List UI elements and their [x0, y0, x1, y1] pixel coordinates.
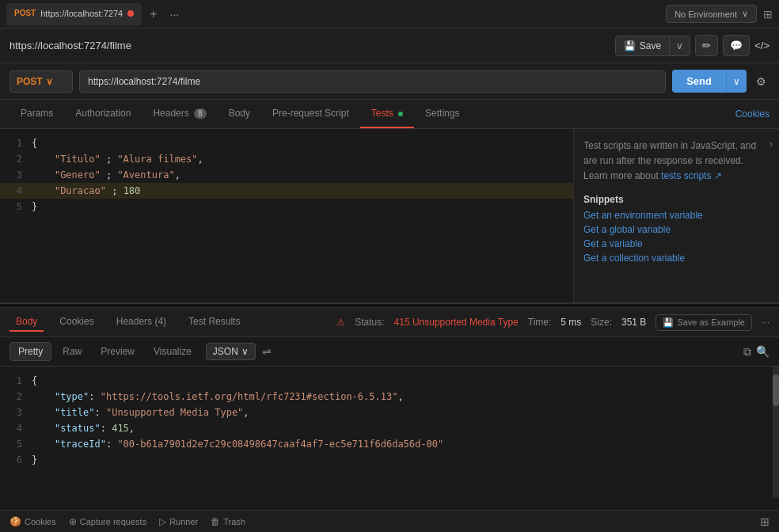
environment-label: No Environment: [674, 10, 737, 19]
tabs-navigation: Params Authorization Headers 8 Body Pre-…: [0, 100, 779, 129]
cookies-status-label: Cookies: [25, 517, 56, 526]
resp-line-2: 2 "type": "https://tools.ietf.org/html/r…: [0, 389, 779, 405]
edit-icon-button[interactable]: ✏: [695, 35, 718, 56]
environment-selector[interactable]: No Environment ∨: [666, 5, 757, 23]
cookies-icon: 🍪: [10, 516, 21, 527]
format-chevron: ∨: [241, 346, 249, 357]
save-example-button[interactable]: 💾 Save as Example: [656, 314, 752, 331]
scrollbar-thumb[interactable]: [773, 374, 779, 406]
save-icon-small: 💾: [663, 317, 674, 328]
tab-more-button[interactable]: ···: [165, 8, 184, 21]
search-button[interactable]: 🔍: [756, 345, 770, 359]
new-tab-button[interactable]: +: [145, 7, 162, 21]
send-button[interactable]: Send: [672, 70, 726, 93]
method-chevron: ∨: [46, 76, 53, 87]
view-pretty[interactable]: Pretty: [10, 342, 51, 361]
status-bar: 🍪 Cookies ⊕ Capture requests ▷ Runner 🗑 …: [0, 510, 779, 532]
code-line-5: 5 }: [0, 199, 573, 215]
grid-status-icon[interactable]: ⊞: [760, 515, 770, 528]
cookies-link[interactable]: Cookies: [735, 108, 770, 120]
tab-settings[interactable]: Settings: [414, 100, 470, 128]
editor-area[interactable]: 1 { 2 "Titulo" ; "Alura filmes", 3 "Gene…: [0, 129, 573, 302]
resp-line-num-5: 5: [0, 436, 32, 452]
tab-params[interactable]: Params: [10, 100, 64, 128]
response-more-button[interactable]: ···: [762, 317, 770, 328]
cookies-status-item[interactable]: 🍪 Cookies: [10, 516, 56, 527]
request-bar: POST ∨ Send ∨ ⚙: [0, 63, 779, 100]
save-main-button[interactable]: 💾 Save: [616, 36, 669, 55]
code-line-4: 4 "Duracao" ; 180: [0, 183, 573, 199]
resp-line-num-3: 3: [0, 405, 32, 420]
capture-icon: ⊕: [69, 516, 77, 527]
line-content-3: "Genero" ; "Aventura",: [32, 167, 180, 183]
resp-line-content-4: "status": 415,: [32, 420, 135, 436]
line-number-3: 3: [0, 167, 32, 183]
code-view-button[interactable]: </>: [754, 40, 770, 51]
tab-url: https://localhost:7274: [40, 9, 123, 18]
resp-tab-headers[interactable]: Headers (4): [110, 313, 173, 332]
snippet-get-collection-var[interactable]: Get a collection variable: [583, 253, 770, 264]
line-content-4: "Duracao" ; 180: [32, 183, 140, 199]
request-settings-icon[interactable]: ⚙: [753, 72, 770, 91]
resp-line-content-2: "type": "https://tools.ietf.org/html/rfc…: [32, 389, 404, 405]
line-number-1: 1: [0, 135, 32, 151]
resp-line-1: 1 {: [0, 373, 779, 389]
tab-prerequest[interactable]: Pre-request Script: [261, 100, 360, 128]
snippet-get-var[interactable]: Get a variable: [583, 238, 770, 249]
panel-toggle[interactable]: ›: [770, 139, 773, 150]
snippet-get-global-var[interactable]: Get a global variable: [583, 224, 770, 235]
save-dropdown-button[interactable]: ∨: [669, 36, 690, 55]
tab-authorization[interactable]: Authorization: [64, 100, 142, 128]
main-content: 1 { 2 "Titulo" ; "Alura filmes", 3 "Gene…: [0, 129, 779, 303]
resp-tab-cookies[interactable]: Cookies: [53, 313, 100, 332]
workspace-icon[interactable]: ⊞: [763, 8, 773, 21]
active-tab[interactable]: POST https://localhost:7274: [6, 3, 142, 25]
url-actions: 💾 Save ∨ ✏ 💬 </>: [615, 35, 770, 56]
tab-body[interactable]: Body: [218, 100, 261, 128]
right-panel: › Test scripts are written in JavaScript…: [573, 129, 779, 302]
tab-tests[interactable]: Tests: [360, 100, 414, 128]
resp-tab-test-results[interactable]: Test Results: [182, 313, 246, 332]
learn-more-link[interactable]: tests scripts ↗: [661, 170, 722, 181]
format-selector[interactable]: JSON ∨: [206, 343, 256, 360]
response-toolbar: Pretty Raw Preview Visualize JSON ∨ ⇌ ⧉ …: [0, 337, 779, 367]
runner-status-item[interactable]: ▷ Runner: [159, 516, 198, 527]
line-number-4: 4: [0, 183, 32, 199]
response-code-editor: 1 { 2 "type": "https://tools.ietf.org/ht…: [0, 367, 779, 474]
url-input[interactable]: [79, 70, 666, 93]
copy-button[interactable]: ⧉: [743, 345, 751, 359]
runner-status-label: Runner: [169, 517, 198, 526]
method-label: POST: [17, 76, 43, 87]
view-raw[interactable]: Raw: [55, 343, 89, 360]
line-number-5: 5: [0, 199, 32, 215]
response-body[interactable]: 1 { 2 "type": "https://tools.ietf.org/ht…: [0, 367, 779, 498]
wrap-icon[interactable]: ⇌: [262, 345, 272, 358]
resp-line-content-3: "title": "Unsupported Media Type",: [32, 405, 249, 420]
capture-status-item[interactable]: ⊕ Capture requests: [69, 516, 146, 527]
tests-active-dot: [398, 112, 403, 116]
snippets-title: Snippets: [583, 194, 770, 205]
resp-line-content-5: "traceId": "00-b61a7901d2e7c29c08498647c…: [32, 436, 443, 452]
request-title: https://localhost:7274/filme: [10, 40, 131, 51]
status-icon: ⚠: [336, 317, 345, 328]
trash-status-item[interactable]: 🗑 Trash: [211, 516, 245, 527]
resp-line-num-1: 1: [0, 373, 32, 389]
panel-description: Test scripts are written in JavaScript, …: [583, 139, 770, 184]
tab-headers[interactable]: Headers 8: [142, 100, 217, 128]
code-editor[interactable]: 1 { 2 "Titulo" ; "Alura filmes", 3 "Gene…: [0, 129, 573, 221]
line-number-2: 2: [0, 151, 32, 167]
url-bar-area: https://localhost:7274/filme 💾 Save ∨ ✏ …: [0, 28, 779, 63]
trash-status-label: Trash: [223, 517, 245, 526]
tab-close-dot[interactable]: [127, 10, 134, 17]
snippet-get-env-var[interactable]: Get an environment variable: [583, 210, 770, 221]
size-value: 351 B: [621, 317, 646, 328]
scrollbar[interactable]: [773, 367, 779, 498]
send-dropdown-button[interactable]: ∨: [726, 70, 747, 93]
runner-icon: ▷: [159, 516, 166, 527]
view-visualize[interactable]: Visualize: [146, 343, 200, 360]
format-label: JSON: [213, 346, 238, 357]
method-selector[interactable]: POST ∨: [10, 70, 73, 93]
resp-tab-body[interactable]: Body: [10, 313, 44, 332]
view-preview[interactable]: Preview: [93, 343, 142, 360]
comment-icon-button[interactable]: 💬: [723, 35, 750, 56]
